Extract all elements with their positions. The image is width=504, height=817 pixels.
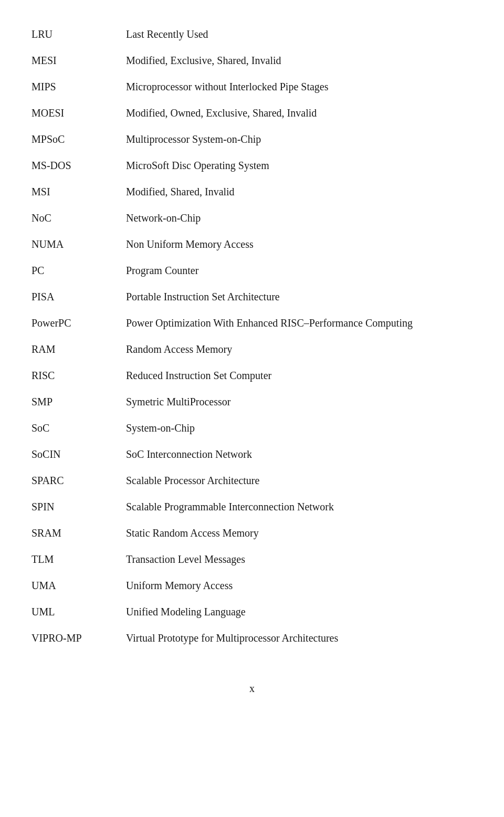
definition: Virtual Prototype for Multiprocessor Arc…: [126, 625, 472, 651]
table-row: LRULast Recently Used: [32, 21, 472, 47]
abbreviation: RISC: [32, 362, 126, 389]
abbreviation: LRU: [32, 21, 126, 47]
abbreviation: SMP: [32, 389, 126, 415]
definition: SoC Interconnection Network: [126, 441, 472, 467]
definition: Last Recently Used: [126, 21, 472, 47]
table-row: RISCReduced Instruction Set Computer: [32, 362, 472, 389]
definition: Modified, Shared, Invalid: [126, 179, 472, 205]
abbreviation: SoC: [32, 415, 126, 441]
definition: Portable Instruction Set Architecture: [126, 284, 472, 310]
table-row: SPARCScalable Processor Architecture: [32, 467, 472, 494]
definition: Static Random Access Memory: [126, 520, 472, 546]
table-row: SoCSystem-on-Chip: [32, 415, 472, 441]
table-row: NoCNetwork-on-Chip: [32, 205, 472, 231]
definition: System-on-Chip: [126, 415, 472, 441]
definition: Network-on-Chip: [126, 205, 472, 231]
table-row: SoCINSoC Interconnection Network: [32, 441, 472, 467]
table-row: MS-DOSMicroSoft Disc Operating System: [32, 152, 472, 179]
definition: Non Uniform Memory Access: [126, 231, 472, 257]
abbreviation: RAM: [32, 336, 126, 362]
abbreviation: NoC: [32, 205, 126, 231]
table-row: SMPSymetric MultiProcessor: [32, 389, 472, 415]
definition: Program Counter: [126, 257, 472, 284]
definition: Transaction Level Messages: [126, 546, 472, 572]
table-row: RAMRandom Access Memory: [32, 336, 472, 362]
abbreviation: SPARC: [32, 467, 126, 494]
table-row: MESIModified, Exclusive, Shared, Invalid: [32, 47, 472, 74]
abbreviation: MS-DOS: [32, 152, 126, 179]
table-row: MSIModified, Shared, Invalid: [32, 179, 472, 205]
table-row: PISAPortable Instruction Set Architectur…: [32, 284, 472, 310]
definition: Power Optimization With Enhanced RISC–Pe…: [126, 310, 472, 336]
abbreviation: NUMA: [32, 231, 126, 257]
definition: Multiprocessor System-on-Chip: [126, 126, 472, 152]
table-row: TLMTransaction Level Messages: [32, 546, 472, 572]
abbreviation: MSI: [32, 179, 126, 205]
definition: Unified Modeling Language: [126, 599, 472, 625]
table-row: NUMANon Uniform Memory Access: [32, 231, 472, 257]
abbreviation: SoCIN: [32, 441, 126, 467]
abbreviation: MIPS: [32, 74, 126, 100]
abbreviation: MPSoC: [32, 126, 126, 152]
abbreviation: TLM: [32, 546, 126, 572]
definition: Scalable Programmable Interconnection Ne…: [126, 494, 472, 520]
page-number: x: [249, 683, 255, 694]
abbreviation: PowerPC: [32, 310, 126, 336]
abbreviation: MESI: [32, 47, 126, 74]
page-footer: x: [32, 683, 472, 695]
abbreviation: UMA: [32, 572, 126, 599]
definition: Scalable Processor Architecture: [126, 467, 472, 494]
definition: Random Access Memory: [126, 336, 472, 362]
definition: Modified, Exclusive, Shared, Invalid: [126, 47, 472, 74]
definition: Microprocessor without Interlocked Pipe …: [126, 74, 472, 100]
abbreviation: MOESI: [32, 100, 126, 126]
table-row: MPSoCMultiprocessor System-on-Chip: [32, 126, 472, 152]
table-row: VIPRO-MPVirtual Prototype for Multiproce…: [32, 625, 472, 651]
table-row: UMAUniform Memory Access: [32, 572, 472, 599]
table-row: PowerPCPower Optimization With Enhanced …: [32, 310, 472, 336]
definition: Symetric MultiProcessor: [126, 389, 472, 415]
acronym-table: LRULast Recently UsedMESIModified, Exclu…: [32, 21, 472, 651]
definition: Uniform Memory Access: [126, 572, 472, 599]
abbreviation: PISA: [32, 284, 126, 310]
table-row: MIPSMicroprocessor without Interlocked P…: [32, 74, 472, 100]
definition: Modified, Owned, Exclusive, Shared, Inva…: [126, 100, 472, 126]
abbreviation: SRAM: [32, 520, 126, 546]
definition: MicroSoft Disc Operating System: [126, 152, 472, 179]
definition: Reduced Instruction Set Computer: [126, 362, 472, 389]
abbreviation: PC: [32, 257, 126, 284]
table-row: SPINScalable Programmable Interconnectio…: [32, 494, 472, 520]
table-row: SRAMStatic Random Access Memory: [32, 520, 472, 546]
table-row: UMLUnified Modeling Language: [32, 599, 472, 625]
abbreviation: UML: [32, 599, 126, 625]
abbreviation: SPIN: [32, 494, 126, 520]
abbreviation: VIPRO-MP: [32, 625, 126, 651]
table-row: PCProgram Counter: [32, 257, 472, 284]
table-row: MOESIModified, Owned, Exclusive, Shared,…: [32, 100, 472, 126]
